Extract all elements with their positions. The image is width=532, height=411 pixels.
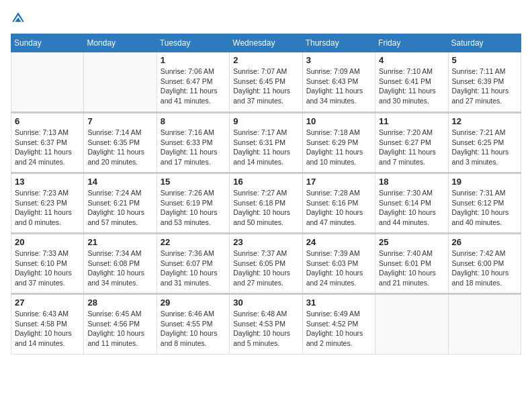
day-info: Sunrise: 7:18 AMSunset: 6:29 PMDaylight:… (306, 128, 371, 167)
day-number: 17 (306, 177, 371, 187)
day-number: 26 (452, 237, 517, 247)
day-info: Sunrise: 7:23 AMSunset: 6:23 PMDaylight:… (15, 188, 80, 228)
day-number: 5 (452, 55, 517, 65)
day-number: 12 (452, 116, 517, 126)
day-number: 31 (306, 298, 371, 308)
day-info: Sunrise: 7:16 AMSunset: 6:33 PMDaylight:… (161, 128, 226, 167)
day-number: 28 (87, 298, 152, 308)
day-info: Sunrise: 7:09 AMSunset: 6:43 PMDaylight:… (306, 66, 371, 106)
calendar-day-cell: 18Sunrise: 7:30 AMSunset: 6:14 PMDayligh… (375, 173, 448, 234)
day-info: Sunrise: 7:42 AMSunset: 6:00 PMDaylight:… (452, 248, 517, 288)
calendar-day-cell: 4Sunrise: 7:10 AMSunset: 6:41 PMDaylight… (375, 52, 448, 113)
calendar-day-cell: 24Sunrise: 7:39 AMSunset: 6:03 PMDayligh… (302, 234, 375, 294)
day-info: Sunrise: 7:07 AMSunset: 6:45 PMDaylight:… (233, 66, 298, 106)
calendar-day-cell: 9Sunrise: 7:17 AMSunset: 6:31 PMDaylight… (230, 113, 302, 173)
day-number: 11 (379, 116, 444, 126)
calendar-day-cell: 27Sunrise: 6:43 AMSunset: 4:58 PMDayligh… (11, 294, 84, 355)
day-number: 19 (452, 177, 517, 187)
day-info: Sunrise: 7:06 AMSunset: 6:47 PMDaylight:… (161, 66, 226, 106)
calendar-day-cell (11, 52, 84, 113)
calendar-day-cell: 16Sunrise: 7:27 AMSunset: 6:18 PMDayligh… (230, 173, 302, 234)
day-info: Sunrise: 7:11 AMSunset: 6:39 PMDaylight:… (452, 66, 517, 106)
calendar-table: SundayMondayTuesdayWednesdayThursdayFrid… (11, 34, 521, 355)
calendar-day-cell: 25Sunrise: 7:40 AMSunset: 6:01 PMDayligh… (375, 234, 448, 294)
calendar-day-cell: 15Sunrise: 7:26 AMSunset: 6:19 PMDayligh… (157, 173, 229, 234)
calendar-day-cell: 29Sunrise: 6:46 AMSunset: 4:55 PMDayligh… (157, 294, 229, 355)
day-info: Sunrise: 7:10 AMSunset: 6:41 PMDaylight:… (379, 66, 444, 106)
day-number: 7 (87, 116, 152, 126)
day-info: Sunrise: 6:48 AMSunset: 4:53 PMDaylight:… (233, 309, 298, 349)
day-info: Sunrise: 7:17 AMSunset: 6:31 PMDaylight:… (233, 128, 298, 167)
calendar-day-cell: 14Sunrise: 7:24 AMSunset: 6:21 PMDayligh… (84, 173, 157, 234)
day-number: 4 (379, 55, 444, 65)
day-number: 10 (306, 116, 371, 126)
day-of-week-header: Thursday (302, 34, 375, 52)
day-of-week-header: Tuesday (157, 34, 229, 52)
day-info: Sunrise: 7:27 AMSunset: 6:18 PMDaylight:… (233, 188, 298, 228)
day-of-week-header: Saturday (448, 34, 521, 52)
day-of-week-header: Wednesday (230, 34, 302, 52)
day-info: Sunrise: 7:39 AMSunset: 6:03 PMDaylight:… (306, 248, 371, 288)
day-number: 25 (379, 237, 444, 247)
day-number: 24 (306, 237, 371, 247)
calendar-day-cell: 10Sunrise: 7:18 AMSunset: 6:29 PMDayligh… (302, 113, 375, 173)
day-info: Sunrise: 7:33 AMSunset: 6:10 PMDaylight:… (15, 248, 80, 288)
calendar-day-cell: 19Sunrise: 7:31 AMSunset: 6:12 PMDayligh… (448, 173, 521, 234)
calendar-day-cell: 20Sunrise: 7:33 AMSunset: 6:10 PMDayligh… (11, 234, 84, 294)
calendar-day-cell: 3Sunrise: 7:09 AMSunset: 6:43 PMDaylight… (302, 52, 375, 113)
calendar-day-cell: 6Sunrise: 7:13 AMSunset: 6:37 PMDaylight… (11, 113, 84, 173)
day-number: 29 (161, 298, 226, 308)
day-info: Sunrise: 7:24 AMSunset: 6:21 PMDaylight:… (87, 188, 152, 228)
day-number: 2 (233, 55, 298, 65)
day-number: 22 (161, 237, 226, 247)
day-info: Sunrise: 6:45 AMSunset: 4:56 PMDaylight:… (87, 309, 152, 349)
calendar-day-cell: 21Sunrise: 7:34 AMSunset: 6:08 PMDayligh… (84, 234, 157, 294)
calendar-day-cell: 17Sunrise: 7:28 AMSunset: 6:16 PMDayligh… (302, 173, 375, 234)
day-info: Sunrise: 7:14 AMSunset: 6:35 PMDaylight:… (87, 128, 152, 167)
calendar-day-cell: 8Sunrise: 7:16 AMSunset: 6:33 PMDaylight… (157, 113, 229, 173)
calendar-day-cell: 11Sunrise: 7:20 AMSunset: 6:27 PMDayligh… (375, 113, 448, 173)
day-number: 20 (15, 237, 80, 247)
day-info: Sunrise: 7:34 AMSunset: 6:08 PMDaylight:… (87, 248, 152, 288)
calendar-day-cell: 31Sunrise: 6:49 AMSunset: 4:52 PMDayligh… (302, 294, 375, 355)
day-info: Sunrise: 7:40 AMSunset: 6:01 PMDaylight:… (379, 248, 444, 288)
calendar-week-row: 1Sunrise: 7:06 AMSunset: 6:47 PMDaylight… (11, 52, 521, 113)
day-info: Sunrise: 7:36 AMSunset: 6:07 PMDaylight:… (161, 248, 226, 288)
calendar-day-cell: 12Sunrise: 7:21 AMSunset: 6:25 PMDayligh… (448, 113, 521, 173)
day-info: Sunrise: 6:43 AMSunset: 4:58 PMDaylight:… (15, 309, 80, 349)
day-number: 21 (87, 237, 152, 247)
calendar-day-cell: 30Sunrise: 6:48 AMSunset: 4:53 PMDayligh… (230, 294, 302, 355)
calendar-week-row: 6Sunrise: 7:13 AMSunset: 6:37 PMDaylight… (11, 113, 521, 173)
day-number: 6 (15, 116, 80, 126)
day-number: 9 (233, 116, 298, 126)
day-number: 3 (306, 55, 371, 65)
day-number: 15 (161, 177, 226, 187)
page-header (11, 11, 521, 26)
calendar-day-cell: 22Sunrise: 7:36 AMSunset: 6:07 PMDayligh… (157, 234, 229, 294)
day-number: 30 (233, 298, 298, 308)
day-of-week-header: Friday (375, 34, 448, 52)
calendar-day-cell: 5Sunrise: 7:11 AMSunset: 6:39 PMDaylight… (448, 52, 521, 113)
day-number: 1 (161, 55, 226, 65)
day-info: Sunrise: 7:28 AMSunset: 6:16 PMDaylight:… (306, 188, 371, 228)
day-of-week-header: Monday (84, 34, 157, 52)
calendar-day-cell: 7Sunrise: 7:14 AMSunset: 6:35 PMDaylight… (84, 113, 157, 173)
calendar-header-row: SundayMondayTuesdayWednesdayThursdayFrid… (11, 34, 521, 52)
calendar-week-row: 27Sunrise: 6:43 AMSunset: 4:58 PMDayligh… (11, 294, 521, 355)
calendar-day-cell: 2Sunrise: 7:07 AMSunset: 6:45 PMDaylight… (230, 52, 302, 113)
calendar-day-cell: 26Sunrise: 7:42 AMSunset: 6:00 PMDayligh… (448, 234, 521, 294)
calendar-day-cell (375, 294, 448, 355)
day-info: Sunrise: 7:31 AMSunset: 6:12 PMDaylight:… (452, 188, 517, 228)
day-info: Sunrise: 7:37 AMSunset: 6:05 PMDaylight:… (233, 248, 298, 288)
calendar-day-cell (448, 294, 521, 355)
day-info: Sunrise: 7:21 AMSunset: 6:25 PMDaylight:… (452, 128, 517, 167)
day-info: Sunrise: 7:26 AMSunset: 6:19 PMDaylight:… (161, 188, 226, 228)
calendar-day-cell: 28Sunrise: 6:45 AMSunset: 4:56 PMDayligh… (84, 294, 157, 355)
day-info: Sunrise: 7:20 AMSunset: 6:27 PMDaylight:… (379, 128, 444, 167)
day-info: Sunrise: 6:46 AMSunset: 4:55 PMDaylight:… (161, 309, 226, 349)
day-number: 13 (15, 177, 80, 187)
day-number: 23 (233, 237, 298, 247)
day-number: 8 (161, 116, 226, 126)
calendar-day-cell: 23Sunrise: 7:37 AMSunset: 6:05 PMDayligh… (230, 234, 302, 294)
day-number: 18 (379, 177, 444, 187)
